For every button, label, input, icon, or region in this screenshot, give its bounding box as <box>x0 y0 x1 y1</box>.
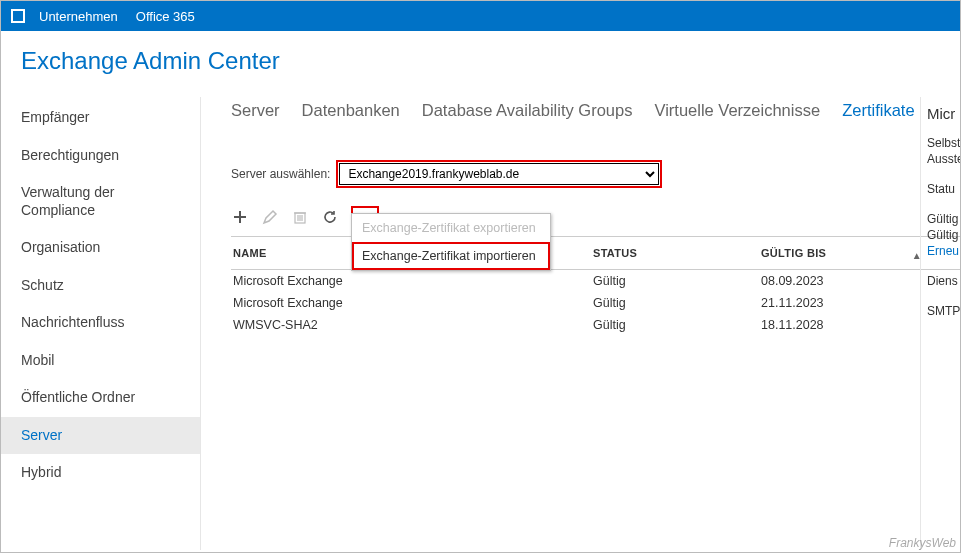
nav-mobil[interactable]: Mobil <box>1 342 200 380</box>
cell-name: Microsoft Exchange <box>231 274 591 288</box>
delete-icon <box>291 208 309 226</box>
add-icon[interactable] <box>231 208 249 226</box>
server-select-label: Server auswählen: <box>231 167 330 181</box>
tab-zertifikate[interactable]: Zertifikate <box>842 101 914 120</box>
tab-virtuelle[interactable]: Virtuelle Verzeichnisse <box>654 101 820 120</box>
nav-organisation[interactable]: Organisation <box>1 229 200 267</box>
more-menu: Exchange-Zertifikat exportieren Exchange… <box>351 213 551 271</box>
table-row[interactable]: Microsoft Exchange Gültig 08.09.2023 <box>231 270 960 292</box>
details-line: Ausste <box>927 152 960 166</box>
topbar-office365[interactable]: Office 365 <box>136 9 195 24</box>
tab-datenbanken[interactable]: Datenbanken <box>302 101 400 120</box>
cell-name: Microsoft Exchange <box>231 296 591 310</box>
server-tabs: Server Datenbanken Database Availability… <box>231 97 960 120</box>
toolbar <box>231 206 960 228</box>
details-line: Gültig <box>927 212 960 226</box>
nav-nachrichtenfluss[interactable]: Nachrichtenfluss <box>1 304 200 342</box>
main-content: Server Datenbanken Database Availability… <box>201 97 960 550</box>
top-bar: Unternehmen Office 365 <box>1 1 960 31</box>
cell-status: Gültig <box>591 318 759 332</box>
details-renew-link[interactable]: Erneu <box>927 244 960 258</box>
details-panel: Micr Selbst Ausste Statu Gültig Gültig E… <box>920 97 960 550</box>
nav-schutz[interactable]: Schutz <box>1 267 200 305</box>
office-logo-icon <box>9 7 27 25</box>
edit-icon <box>261 208 279 226</box>
details-line: SMTP <box>927 304 960 318</box>
cell-status: Gültig <box>591 274 759 288</box>
details-line: Statu <box>927 182 960 196</box>
tab-server[interactable]: Server <box>231 101 280 120</box>
menu-import-cert[interactable]: Exchange-Zertifikat importieren <box>352 242 550 270</box>
table-row[interactable]: WMSVC-SHA2 Gültig 18.11.2028 <box>231 314 960 336</box>
page-title: Exchange Admin Center <box>1 31 960 97</box>
details-line: Selbst <box>927 136 960 150</box>
table-row[interactable]: Microsoft Exchange Gültig 21.11.2023 <box>231 292 960 314</box>
nav-empfaenger[interactable]: Empfänger <box>1 99 200 137</box>
svg-rect-1 <box>13 11 23 21</box>
nav-ordner[interactable]: Öffentliche Ordner <box>1 379 200 417</box>
details-title: Micr <box>927 105 960 122</box>
details-line: Gültig <box>927 228 960 242</box>
details-line: Diens <box>927 274 960 288</box>
cell-name: WMSVC-SHA2 <box>231 318 591 332</box>
col-header-status[interactable]: STATUS <box>591 247 759 259</box>
nav-hybrid[interactable]: Hybrid <box>1 454 200 492</box>
server-select-highlight: Exchange2019.frankyweblab.de <box>336 160 662 188</box>
nav-berechtigungen[interactable]: Berechtigungen <box>1 137 200 175</box>
tab-dag[interactable]: Database Availability Groups <box>422 101 633 120</box>
menu-export-cert: Exchange-Zertifikat exportieren <box>352 214 550 242</box>
watermark: FrankysWeb <box>889 536 956 550</box>
left-nav: Empfänger Berechtigungen Verwaltung der … <box>1 97 201 550</box>
topbar-company[interactable]: Unternehmen <box>39 9 118 24</box>
table-header: NAME STATUS GÜLTIG BIS ▲ <box>231 236 960 270</box>
nav-server[interactable]: Server <box>1 417 200 455</box>
server-select[interactable]: Exchange2019.frankyweblab.de <box>339 163 659 185</box>
nav-compliance[interactable]: Verwaltung der Compliance <box>1 174 200 229</box>
cell-status: Gültig <box>591 296 759 310</box>
server-select-row: Server auswählen: Exchange2019.frankyweb… <box>231 160 960 188</box>
refresh-icon[interactable] <box>321 208 339 226</box>
